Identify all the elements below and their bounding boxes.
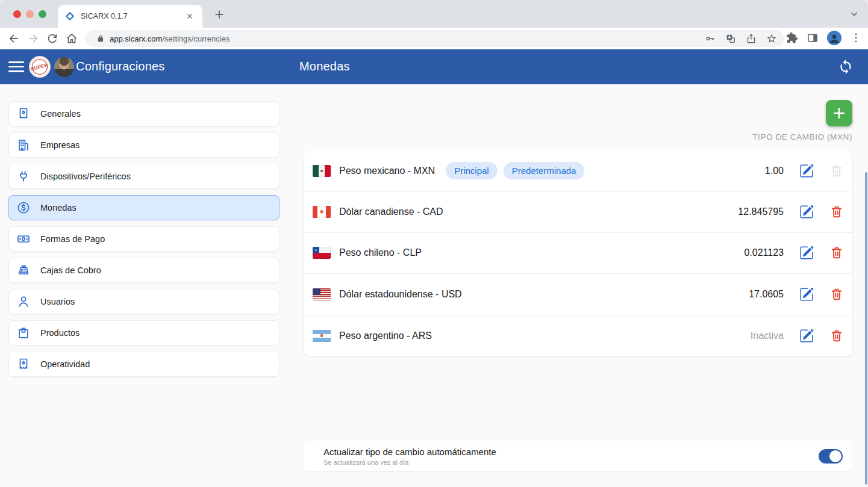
delete-currency-icon[interactable]	[829, 164, 844, 178]
sidebar-item-usuarios[interactable]: Usuarios	[8, 289, 279, 314]
currency-rate: 12.845795	[738, 206, 784, 217]
url-text: app.sicarx.com/settings/currencies	[110, 34, 695, 43]
delete-currency-icon[interactable]	[829, 329, 844, 343]
sidebar-item-productos[interactable]: Productos	[8, 320, 279, 346]
sidebar-item-label: Dispositivos/Periféricos	[40, 172, 131, 181]
building-icon	[16, 138, 31, 152]
flag-ar-icon	[313, 330, 331, 342]
currency-row: Dólar canadiense - CAD12.845795	[304, 191, 852, 232]
plug-icon	[16, 169, 31, 184]
company-logo[interactable]: SUPER	[29, 56, 51, 78]
flag-ca-icon	[313, 206, 331, 218]
sidebar-item-dispositivos-perifericos[interactable]: Dispositivos/Periféricos	[8, 164, 279, 189]
page-title: Monedas	[299, 60, 350, 73]
window-controls	[13, 10, 46, 18]
auto-update-toggle[interactable]	[819, 449, 843, 464]
flag-cl-icon	[313, 247, 331, 259]
tab-search-chevron-icon[interactable]	[849, 8, 860, 19]
reload-icon[interactable]	[46, 32, 59, 45]
edit-currency-icon[interactable]	[799, 329, 814, 343]
tab-title: SICARX 0.1.7	[81, 12, 184, 20]
currency-row: Peso argentino - ARSInactiva	[304, 315, 852, 356]
bookmark-star-icon[interactable]	[766, 33, 777, 44]
browser-menu-dots-icon[interactable]	[850, 32, 862, 44]
exchange-rate-header: TIPO DE CAMBIO (MXN)	[752, 132, 852, 141]
add-currency-button[interactable]	[826, 100, 852, 126]
auto-update-card: Actualizar tipo de cambio automáticament…	[304, 441, 852, 471]
side-panel-icon[interactable]	[807, 32, 819, 44]
lock-icon	[96, 34, 105, 43]
toggle-knob	[829, 450, 841, 462]
sidebar-item-empresas[interactable]: Empresas	[8, 132, 279, 158]
forward-icon[interactable]	[27, 32, 40, 45]
refresh-icon[interactable]	[838, 59, 854, 75]
currency-rate: Inactiva	[751, 330, 784, 341]
currency-name: Dólar estadounidense - USD	[339, 289, 462, 300]
app-header: SUPER Configuraciones Monedas	[0, 49, 868, 84]
banknote-icon	[16, 232, 31, 246]
edit-currency-icon[interactable]	[799, 287, 814, 302]
window-minimize-button[interactable]	[26, 10, 34, 18]
auto-update-subtitle: Se actualizará una vez al día	[323, 459, 496, 466]
edit-currency-icon[interactable]	[799, 164, 814, 178]
sidebar-item-generales[interactable]: Generales	[8, 101, 279, 126]
user-avatar[interactable]	[54, 57, 74, 77]
sidebar-item-monedas[interactable]: Monedas	[8, 195, 279, 220]
currency-row: Dólar estadounidense - USD17.0605	[304, 274, 852, 315]
hamburger-menu-icon[interactable]	[8, 60, 24, 73]
sidebar-item-cajas-de-cobro[interactable]: Cajas de Cobro	[8, 258, 279, 283]
window-zoom-button[interactable]	[39, 10, 46, 18]
cash-register-icon	[16, 263, 31, 278]
settings-sidebar: GeneralesEmpresasDispositivos/Periférico…	[0, 84, 289, 487]
window-close-button[interactable]	[13, 10, 21, 18]
edit-currency-icon[interactable]	[799, 205, 814, 219]
currency-list: Peso mexicano - MXNPrincipalPredetermina…	[304, 150, 852, 356]
browser-tab[interactable]: SICARX 0.1.7	[58, 5, 202, 28]
delete-currency-icon[interactable]	[829, 205, 844, 219]
back-icon[interactable]	[7, 32, 20, 45]
browser-tabstrip: SICARX 0.1.7	[0, 0, 868, 28]
scrollbar[interactable]	[865, 172, 867, 485]
svg-text:A: A	[728, 35, 731, 39]
tab-close-icon[interactable]	[184, 11, 195, 22]
currency-rate: 0.021123	[744, 247, 784, 258]
sidebar-item-label: Empresas	[40, 140, 80, 150]
edit-currency-icon[interactable]	[799, 246, 814, 260]
delete-currency-icon[interactable]	[829, 287, 844, 302]
currency-name: Peso chileno - CLP	[339, 247, 422, 258]
sidebar-item-label: Monedas	[40, 203, 76, 212]
translate-icon[interactable]: A	[725, 33, 736, 44]
currencies-panel: TIPO DE CAMBIO (MXN) Peso mexicano - MXN…	[289, 84, 868, 487]
user-icon	[16, 294, 31, 309]
url-bar[interactable]: app.sicarx.com/settings/currencies A	[86, 30, 784, 47]
currency-name: Peso argentino - ARS	[339, 330, 432, 341]
currency-row: Peso mexicano - MXNPrincipalPredetermina…	[304, 150, 852, 191]
currency-row: Peso chileno - CLP0.021123	[304, 233, 852, 274]
delete-currency-icon[interactable]	[829, 246, 844, 260]
currency-rate: 1.00	[765, 166, 784, 176]
receipt-icon	[16, 357, 31, 371]
auto-update-title: Actualizar tipo de cambio automáticament…	[323, 447, 496, 457]
home-icon[interactable]	[65, 32, 78, 45]
sidebar-item-label: Operatividad	[40, 359, 90, 369]
currency-badge: Principal	[446, 162, 498, 179]
receipt-icon	[16, 107, 31, 121]
sicarx-favicon-diamond-icon	[65, 11, 75, 21]
sidebar-item-label: Cajas de Cobro	[40, 265, 101, 275]
share-icon[interactable]	[746, 33, 757, 44]
company-logo-text: SUPER	[31, 62, 49, 72]
currency-badge: Predeterminada	[504, 162, 585, 179]
package-icon	[16, 326, 31, 340]
sidebar-item-formas-de-pago[interactable]: Formas de Pago	[8, 226, 279, 252]
browser-window: SICARX 0.1.7 app.sicarx.com/settings/cur…	[0, 0, 868, 487]
currency-badges: PrincipalPredeterminada	[446, 162, 584, 179]
new-tab-button[interactable]	[212, 8, 226, 22]
app-title: Configuraciones	[76, 60, 165, 73]
extensions-icon[interactable]	[786, 32, 798, 44]
browser-profile-avatar[interactable]	[827, 31, 841, 45]
sidebar-item-label: Usuarios	[40, 297, 75, 306]
password-key-icon[interactable]	[705, 33, 716, 44]
sidebar-item-label: Formas de Pago	[40, 234, 105, 244]
sidebar-item-operatividad[interactable]: Operatividad	[8, 352, 279, 377]
currency-name: Dólar canadiense - CAD	[339, 206, 443, 217]
